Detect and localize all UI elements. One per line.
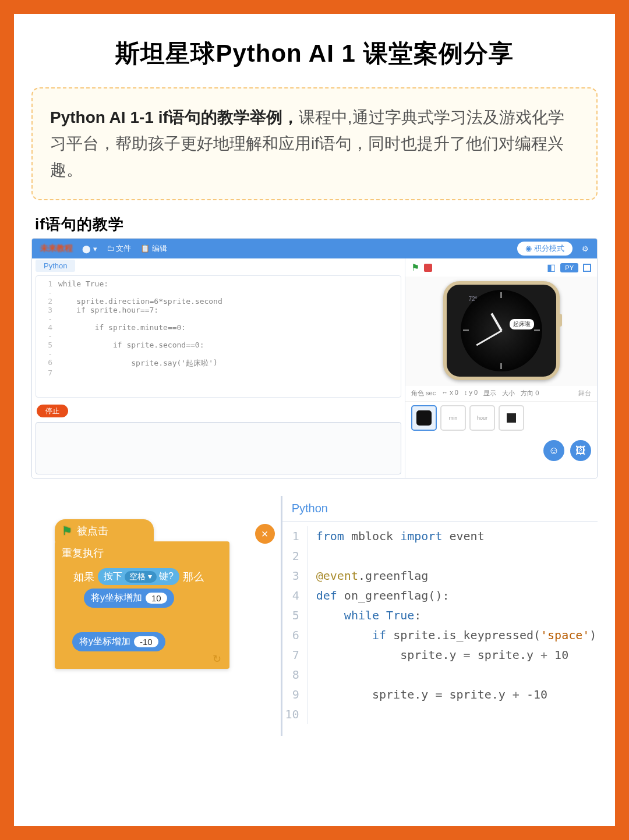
forever-label: 重复执行 [62, 546, 222, 560]
python-tab[interactable]: Python [36, 260, 75, 272]
sprite-thumb-sec[interactable] [411, 405, 437, 431]
green-flag-icon[interactable]: ⚑ [411, 262, 419, 273]
ide-screenshot: 未来教程 ⬤ ▾ 🗀 文件 📋 编辑 ◉ 积分模式 ⚙ Python 1 -wh… [31, 238, 598, 479]
stop-icon[interactable] [424, 264, 432, 272]
then-label: 那么 [183, 570, 204, 584]
change-y-block-minus[interactable]: 将y坐标增加 -10 [72, 632, 165, 651]
page-title: 斯坦星球Python AI 1 课堂案例分享 [31, 37, 598, 70]
stage-canvas: 72° 起床啦 [405, 277, 597, 385]
key-pressed-block[interactable]: 按下 空格 ▾ 键? [98, 568, 179, 585]
expand-icon[interactable] [583, 264, 591, 272]
minute-hand-icon [476, 330, 502, 346]
python-translation: Python 1from mblock import event23@event… [281, 496, 598, 736]
stage-mode-icon[interactable]: ◧ [547, 262, 556, 273]
hat-label: 被点击 [77, 524, 108, 538]
ide-code-pane: Python 1 -while True:2 sprite.direction=… [32, 258, 405, 478]
if-label: 如果 [73, 570, 94, 584]
stop-button[interactable]: 停止 [37, 405, 68, 417]
if-block[interactable]: 如果 按下 空格 ▾ 键? 那么 将y坐标增加 10 [68, 565, 222, 622]
value-input-plus[interactable]: 10 [146, 593, 167, 604]
sprite-list: min hour [405, 401, 597, 434]
console-output [36, 422, 401, 474]
settings-icon[interactable]: ⚙ [582, 244, 589, 253]
scratch-blocks: × ⚑ 被点击 重复执行 如果 按下 空格 ▾ 键? [31, 496, 281, 736]
py-badge[interactable]: PY [560, 263, 578, 272]
callout-text: Python AI 1-1 if语句的教学举例，课程中,通过字典式学习法及游戏化… [50, 105, 579, 183]
value-input-minus[interactable]: -10 [134, 636, 158, 647]
hour-hand-icon [490, 313, 502, 331]
sprite-thumb-hour[interactable]: hour [469, 405, 495, 431]
watch-temp: 72° [469, 296, 478, 302]
add-sprite-button[interactable]: ☺ [543, 440, 564, 461]
speech-bubble: 起床啦 [510, 319, 534, 329]
section-title: if语句的教学 [35, 214, 598, 235]
menu-edit-label[interactable]: 📋 编辑 [140, 243, 167, 254]
key-dropdown[interactable]: 空格 ▾ [125, 571, 157, 583]
code-pane-body: 1from mblock import event23@event.greenf… [282, 522, 598, 736]
mode-toggle[interactable]: ◉ 积分模式 [517, 242, 573, 256]
code-editor[interactable]: 1 -while True:2 sprite.direction=6*sprit… [36, 275, 401, 398]
brand-logo: 未来教程 [40, 243, 73, 254]
watch-sprite: 72° 起床啦 [443, 281, 560, 380]
sprite-thumb-bg[interactable] [499, 405, 524, 431]
code-pane-title: Python [282, 496, 598, 522]
hat-block[interactable]: ⚑ 被点击 [55, 519, 154, 543]
menu-file[interactable]: ⬤ ▾ [82, 244, 97, 253]
flag-icon: ⚑ [62, 524, 72, 538]
change-y-block-plus[interactable]: 将y坐标增加 10 [84, 589, 174, 608]
sprite-thumb-min[interactable]: min [440, 405, 466, 431]
ide-stage-pane: ⚑ ◧ PY 72° 起床啦 [405, 258, 597, 478]
forever-block[interactable]: 重复执行 如果 按下 空格 ▾ 键? 那么 将y坐标增加 [55, 541, 229, 669]
ide-toolbar: 未来教程 ⬤ ▾ 🗀 文件 📋 编辑 ◉ 积分模式 ⚙ [32, 239, 597, 258]
callout-box: Python AI 1-1 if语句的教学举例，课程中,通过字典式学习法及游戏化… [31, 87, 598, 200]
callout-bold: Python AI 1-1 if语句的教学举例， [50, 108, 299, 126]
menu-file-label[interactable]: 🗀 文件 [107, 243, 132, 254]
loop-arrow-icon: ↻ [213, 653, 221, 665]
sprite-properties: 角色 sec ↔ x 0 ↕ y 0 显示 大小 方向 0 舞台 [405, 385, 597, 401]
add-backdrop-button[interactable]: 🖼 [570, 440, 591, 461]
